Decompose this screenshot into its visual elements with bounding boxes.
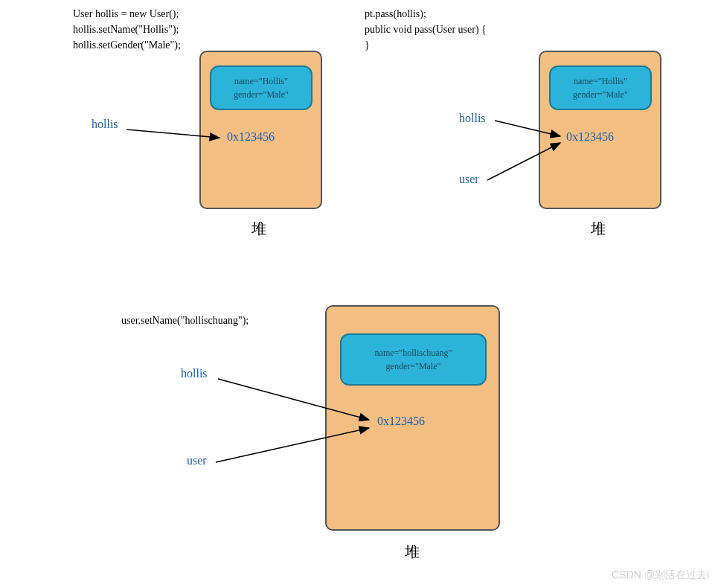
address-3: 0x123456 [377, 415, 425, 428]
object-box-3: name="hollischuang" gender="Male" [340, 333, 487, 386]
heap-box-1: name="Hollis" gender="Male" 0x123456 [199, 51, 322, 209]
obj-name-2: name="Hollis" [574, 74, 627, 88]
pointer-hollis-1: hollis [92, 118, 118, 131]
address-2: 0x123456 [566, 130, 614, 144]
obj-gender-3: gender="Male" [386, 359, 441, 373]
heap-label-2: 堆 [591, 219, 606, 239]
obj-gender-2: gender="Male" [573, 88, 628, 101]
code-block-2: pt.pass(hollis); public void pass(User u… [365, 6, 487, 53]
pointer-user-2: user [459, 173, 479, 186]
object-box-2: name="Hollis" gender="Male" [549, 65, 652, 110]
heap-box-3: name="hollischuang" gender="Male" 0x1234… [325, 305, 500, 531]
heap-box-2: name="Hollis" gender="Male" 0x123456 [539, 51, 661, 209]
pointer-hollis-2: hollis [459, 112, 486, 125]
obj-name-1: name="Hollis" [234, 74, 288, 88]
address-1: 0x123456 [227, 130, 275, 144]
code-block-3: user.setName("hollischuang"); [121, 313, 249, 328]
obj-name-3: name="hollischuang" [375, 346, 452, 359]
heap-label-1: 堆 [251, 219, 266, 239]
heap-label-3: 堆 [405, 542, 420, 562]
code-block-1: User hollis = new User(); hollis.setName… [73, 6, 181, 53]
pointer-user-3: user [187, 454, 207, 467]
pointer-hollis-3: hollis [181, 367, 208, 380]
object-box-1: name="Hollis" gender="Male" [210, 65, 312, 110]
watermark: CSDN @别活在过去i [612, 569, 709, 582]
obj-gender-1: gender="Male" [234, 88, 289, 101]
